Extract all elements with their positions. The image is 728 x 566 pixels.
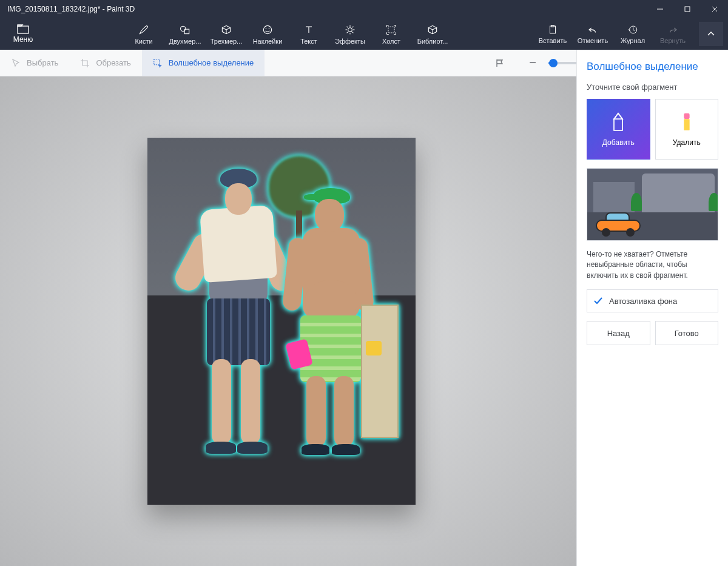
action-buttons: Назад Готово bbox=[577, 321, 728, 345]
canvas-image[interactable] bbox=[147, 138, 416, 505]
check-icon bbox=[593, 296, 603, 306]
svg-point-5 bbox=[266, 28, 267, 29]
svg-rect-0 bbox=[685, 7, 690, 12]
magic-select-icon bbox=[153, 58, 163, 68]
back-button[interactable]: Назад bbox=[587, 321, 650, 345]
tool-strip: Кисти Двухмер... Трехмер... Наклейки Тек… bbox=[41, 24, 535, 45]
svg-point-7 bbox=[348, 27, 352, 32]
panel-title: Волшебное выделение bbox=[577, 50, 728, 79]
paste-icon bbox=[547, 24, 558, 35]
chevron-up-icon bbox=[706, 29, 716, 39]
tool-effects[interactable]: Эффекты bbox=[332, 24, 368, 45]
svg-rect-14 bbox=[684, 119, 689, 130]
text-icon bbox=[303, 24, 315, 36]
svg-rect-13 bbox=[684, 113, 689, 119]
button-label: Волшебное выделение bbox=[169, 58, 254, 67]
menu-label: Меню bbox=[13, 35, 33, 44]
selection-person-1 bbox=[172, 165, 287, 471]
refine-tools: Добавить Удалить bbox=[577, 99, 728, 160]
tool-label: Эффекты bbox=[335, 38, 365, 45]
tool-label: Трехмер... bbox=[211, 38, 243, 45]
redo-icon bbox=[667, 24, 678, 35]
select-button: Выбрать bbox=[0, 50, 69, 76]
redo-button: Вернуть bbox=[655, 24, 690, 44]
view-mode-icon[interactable] bbox=[495, 58, 505, 68]
button-label: Готово bbox=[675, 329, 699, 338]
shapes-2d-icon bbox=[179, 24, 191, 36]
tool-label: Наклейки bbox=[253, 38, 283, 45]
tool-3d[interactable]: Трехмер... bbox=[208, 24, 244, 45]
maximize-button[interactable] bbox=[673, 0, 701, 18]
workspace[interactable] bbox=[0, 76, 576, 566]
svg-rect-12 bbox=[154, 59, 160, 64]
history-icon bbox=[627, 24, 638, 35]
tool-label: Вернуть bbox=[660, 37, 686, 44]
svg-point-6 bbox=[269, 28, 270, 29]
brush-icon bbox=[138, 24, 150, 36]
paste-button[interactable]: Вставить bbox=[535, 24, 570, 44]
shapes-3d-icon bbox=[220, 24, 232, 36]
eraser-icon bbox=[678, 112, 695, 133]
titlebar: IMG_20150811_183242.jpg* - Paint 3D bbox=[0, 0, 728, 18]
tool-label: Кисти bbox=[135, 38, 152, 45]
folder-icon bbox=[17, 24, 29, 34]
pencil-add-icon bbox=[610, 112, 627, 133]
sticker-icon bbox=[261, 24, 274, 36]
side-panel: Волшебное выделение Уточните свой фрагме… bbox=[576, 50, 728, 566]
button-label: Выбрать bbox=[27, 58, 58, 67]
done-button[interactable]: Готово bbox=[655, 321, 719, 345]
tool-stickers[interactable]: Наклейки bbox=[249, 24, 286, 45]
history-button[interactable]: Журнал bbox=[615, 24, 650, 44]
preview-illustration bbox=[587, 168, 718, 241]
canvas-icon bbox=[385, 24, 397, 36]
magic-select-button[interactable]: Волшебное выделение bbox=[142, 50, 265, 76]
undo-icon bbox=[587, 24, 598, 35]
tool-brushes[interactable]: Кисти bbox=[126, 24, 162, 45]
svg-rect-8 bbox=[388, 27, 394, 33]
top-toolbar: Меню Кисти Двухмер... Трехмер... Наклейк… bbox=[0, 18, 728, 50]
tool-library[interactable]: Библиот... bbox=[414, 24, 451, 45]
svg-rect-1 bbox=[18, 26, 29, 33]
tool-label: Отменить bbox=[578, 37, 608, 44]
window-title: IMG_20150811_183242.jpg* - Paint 3D bbox=[0, 5, 646, 13]
svg-point-4 bbox=[263, 25, 271, 33]
effects-icon bbox=[344, 24, 356, 36]
tool-2d[interactable]: Двухмер... bbox=[167, 24, 203, 45]
button-label: Назад bbox=[607, 329, 630, 338]
expand-panel-button[interactable] bbox=[699, 22, 723, 46]
tool-label: Двухмер... bbox=[169, 38, 201, 45]
tool-label: Библиот... bbox=[417, 38, 448, 45]
zoom-out-button[interactable]: − bbox=[525, 56, 540, 70]
library-icon bbox=[426, 24, 439, 36]
button-label: Обрезать bbox=[96, 58, 130, 67]
tool-canvas[interactable]: Холст bbox=[373, 24, 410, 45]
menu-button[interactable]: Меню bbox=[5, 24, 41, 44]
add-tool-button[interactable]: Добавить bbox=[587, 99, 650, 160]
selection-person-2 bbox=[275, 183, 384, 468]
cursor-icon bbox=[11, 58, 21, 68]
tool-text[interactable]: Текст bbox=[291, 24, 327, 45]
tool-card-label: Удалить bbox=[673, 138, 701, 147]
checkbox-label: Автозаливка фона bbox=[609, 297, 677, 306]
tool-label: Текст bbox=[300, 38, 317, 45]
autofill-checkbox[interactable]: Автозаливка фона bbox=[587, 289, 718, 312]
minimize-button[interactable] bbox=[646, 0, 673, 18]
crop-button: Обрезать bbox=[69, 50, 141, 76]
panel-subtitle: Уточните свой фрагмент bbox=[577, 79, 728, 99]
crop-icon bbox=[80, 58, 90, 68]
tool-label: Вставить bbox=[539, 37, 567, 44]
undo-button[interactable]: Отменить bbox=[575, 24, 610, 44]
tool-label: Журнал bbox=[621, 37, 645, 44]
right-tool-strip: Вставить Отменить Журнал Вернуть bbox=[535, 22, 723, 46]
tool-card-label: Добавить bbox=[602, 138, 635, 147]
window-controls bbox=[646, 0, 728, 18]
tool-label: Холст bbox=[382, 38, 400, 45]
hint-text: Чего-то не хватает? Отметьте невыбранные… bbox=[577, 247, 728, 289]
close-button[interactable] bbox=[701, 0, 728, 18]
remove-tool-button[interactable]: Удалить bbox=[655, 99, 719, 160]
